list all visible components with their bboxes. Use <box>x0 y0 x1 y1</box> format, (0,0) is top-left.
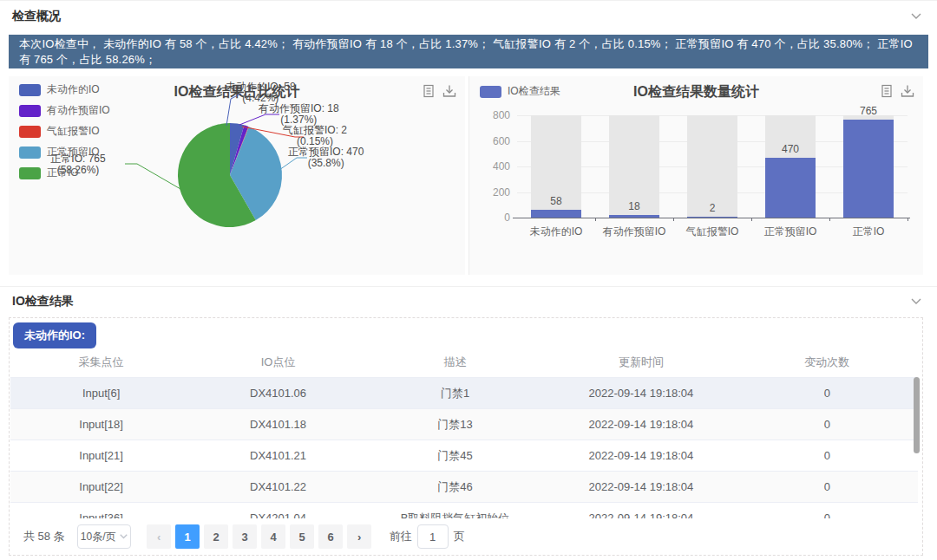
legend-swatch <box>19 167 41 179</box>
pie-label: 有动作预留IO: 18(1.37%) <box>259 103 339 126</box>
goto-label: 前往 <box>390 529 412 544</box>
next-page-button[interactable]: › <box>347 524 371 549</box>
table-cell: 0 <box>737 387 918 400</box>
bar-band: 470正常预留IO <box>751 115 829 218</box>
table-cell: 2022-09-14 19:18:04 <box>546 387 737 400</box>
table-cell: Input[18] <box>10 418 192 431</box>
pager: ‹ 123456› <box>145 524 374 549</box>
table-header-row: 采集点位IO点位描述更新时间变动次数 <box>10 347 918 378</box>
table-row: Input[18]DX4101.18门禁132022-09-14 19:18:0… <box>10 409 918 440</box>
table-row: Input[22]DX4101.22门禁462022-09-14 19:18:0… <box>10 472 918 503</box>
x-axis-label: 有动作预留IO <box>595 225 673 239</box>
bar-band: 58未动作的IO <box>517 115 595 218</box>
page-button-1[interactable]: 1 <box>175 524 200 549</box>
bar <box>687 217 737 218</box>
bar <box>609 215 659 218</box>
pie-label: 未动作的IO: 58(4.42%) <box>226 81 296 104</box>
y-axis-tick: 600 <box>475 135 510 147</box>
legend-label: 有动作预留IO <box>47 103 110 118</box>
x-axis-label: 气缸报警IO <box>673 225 751 239</box>
x-axis-tick <box>908 218 908 221</box>
bar-value-label: 58 <box>517 195 595 207</box>
y-axis-tick: 400 <box>475 160 510 173</box>
column-header: 采集点位 <box>10 355 192 370</box>
bar <box>765 158 816 218</box>
table-cell: DX4101.06 <box>192 387 364 400</box>
x-axis-label: 正常预留IO <box>751 225 829 239</box>
x-axis-line <box>513 218 910 218</box>
download-icon[interactable] <box>901 84 914 98</box>
x-axis-tick <box>673 218 674 221</box>
legend-item[interactable]: 未动作的IO <box>19 82 110 97</box>
bar-band: 765正常IO <box>829 115 908 218</box>
legend-item[interactable]: 有动作预留IO <box>19 103 110 118</box>
pie-label: 正常预留IO: 470(35.8%) <box>288 147 364 169</box>
legend-item[interactable]: 气缸报警IO <box>19 124 110 139</box>
bar-chart: 020040060080058未动作的IO18有动作预留IO2气缸报警IO470… <box>517 115 908 218</box>
table-cell: 2022-09-14 19:18:04 <box>546 449 737 462</box>
page-unit-label: 页 <box>454 529 465 544</box>
column-header: 描述 <box>364 355 546 370</box>
chart-toolbox <box>880 84 914 98</box>
table-cell: 0 <box>737 418 918 431</box>
x-axis-tick <box>829 218 830 221</box>
legend-label: 气缸报警IO <box>47 124 100 139</box>
bar-chart-card: IO检查结果 IO检查结果数量统计 020040060080058未动作的IO1… <box>468 76 923 275</box>
legend-item[interactable]: 正常预留IO <box>19 145 110 160</box>
pagination-bar: 共 58 条 10条/页 ‹ 123456› 前往 页 <box>10 518 922 555</box>
table-cell: DX4101.22 <box>192 480 364 493</box>
table-cell: Input[22] <box>10 480 192 493</box>
table-cell: DX4101.18 <box>192 418 364 431</box>
x-axis-label: 未动作的IO <box>517 225 595 239</box>
bar-value-label: 765 <box>829 105 908 117</box>
prev-page-button[interactable]: ‹ <box>147 524 171 549</box>
results-content: 未动作的IO: 采集点位IO点位描述更新时间变动次数 Input[6]DX410… <box>9 317 923 556</box>
bar-band: 18有动作预留IO <box>595 115 673 218</box>
column-header: 更新时间 <box>546 355 737 370</box>
goto-page-input[interactable] <box>417 524 449 549</box>
y-axis-tick: 200 <box>475 186 510 199</box>
summary-banner: 本次IO检查中， 未动作的IO 有 58 个，占比 4.42%； 有动作预留IO… <box>9 35 928 68</box>
table-body: Input[6]DX4101.06门禁12022-09-14 19:18:040… <box>10 378 918 534</box>
table-cell: 门禁45 <box>364 448 546 464</box>
bar-legend[interactable]: IO检查结果 <box>480 84 560 99</box>
table-cell: Input[6] <box>10 387 192 400</box>
table-cell: Input[21] <box>10 449 192 462</box>
data-view-icon[interactable] <box>880 84 894 98</box>
page: 检查概况 本次IO检查中， 未动作的IO 有 58 个，占比 4.42%； 有动… <box>0 0 937 560</box>
category-badge[interactable]: 未动作的IO: <box>13 322 96 348</box>
page-button-2[interactable]: 2 <box>204 524 228 549</box>
total-count: 共 58 条 <box>23 529 65 544</box>
legend-label: 正常IO <box>47 166 79 180</box>
page-size-select[interactable]: 10条/页 <box>77 524 131 549</box>
x-axis-tick <box>595 218 596 221</box>
bar-value-label: 470 <box>751 143 829 155</box>
chevron-down-icon[interactable] <box>911 298 921 305</box>
chevron-down-icon[interactable] <box>911 13 921 20</box>
table-row: Input[21]DX4101.21门禁452022-09-14 19:18:0… <box>10 440 918 472</box>
io-results-table: 采集点位IO点位描述更新时间变动次数 Input[6]DX4101.06门禁12… <box>10 347 918 534</box>
page-button-5[interactable]: 5 <box>290 524 314 549</box>
table-cell: 2022-09-14 19:18:04 <box>546 480 737 493</box>
page-button-3[interactable]: 3 <box>233 524 257 549</box>
results-collapse-header[interactable]: IO检查结果 <box>0 286 937 317</box>
column-header: 变动次数 <box>737 355 918 370</box>
bar <box>531 210 581 218</box>
overview-title: 检查概况 <box>12 9 61 24</box>
legend-label: 未动作的IO <box>47 82 100 97</box>
bar-value-label: 18 <box>595 200 673 212</box>
pie-label: 气缸报警IO: 2(0.15%) <box>283 125 347 147</box>
table-cell: 2022-09-14 19:18:04 <box>546 418 737 431</box>
legend-swatch <box>19 147 41 159</box>
table-row: Input[6]DX4101.06门禁12022-09-14 19:18:040 <box>10 378 918 409</box>
legend-item[interactable]: 正常IO <box>19 166 110 180</box>
vertical-scrollbar[interactable] <box>914 377 920 453</box>
page-button-6[interactable]: 6 <box>318 524 343 549</box>
results-title: IO检查结果 <box>12 294 74 309</box>
chevron-down-icon <box>120 534 128 539</box>
goto-page: 前往 页 <box>390 524 465 549</box>
page-button-4[interactable]: 4 <box>261 524 285 549</box>
overview-collapse-header[interactable]: 检查概况 <box>0 1 937 32</box>
legend-label: IO检查结果 <box>508 84 560 99</box>
table-cell: 门禁1 <box>364 386 546 401</box>
